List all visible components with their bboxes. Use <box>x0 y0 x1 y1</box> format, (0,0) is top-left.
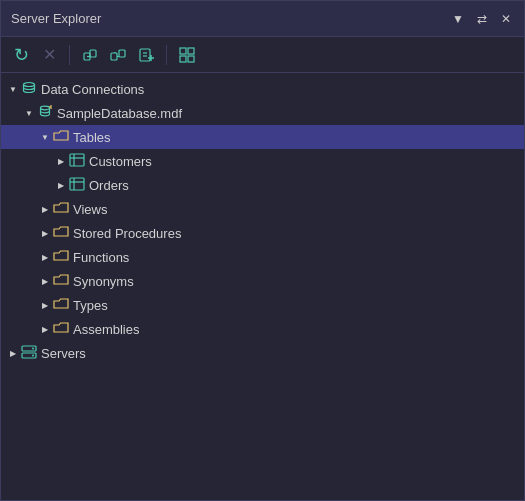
expand-servers[interactable] <box>5 345 21 361</box>
sampledatabase-label: SampleDatabase.mdf <box>57 106 182 121</box>
folder-icon-functions <box>53 248 69 267</box>
refresh-button[interactable]: ↻ <box>9 43 33 67</box>
svg-point-17 <box>41 106 50 110</box>
folder-icon-assemblies <box>53 320 69 339</box>
svg-rect-1 <box>90 50 96 57</box>
pin-button[interactable]: ⇄ <box>474 11 490 27</box>
title-bar-left: Server Explorer <box>11 11 101 26</box>
servers-label: Servers <box>41 346 86 361</box>
synonyms-label: Synonyms <box>73 274 134 289</box>
svg-rect-14 <box>180 56 186 62</box>
toolbar-separator-1 <box>69 45 70 65</box>
dropdown-arrow[interactable]: ▼ <box>450 11 466 27</box>
expand-customers[interactable] <box>53 153 69 169</box>
db-icon <box>21 80 37 99</box>
views-label: Views <box>73 202 107 217</box>
tree-item-customers[interactable]: Customers <box>1 149 524 173</box>
svg-rect-20 <box>70 154 84 166</box>
expand-assemblies[interactable] <box>37 321 53 337</box>
tree-item-views[interactable]: Views <box>1 197 524 221</box>
folder-icon-types <box>53 296 69 315</box>
tree-item-orders[interactable]: Orders <box>1 173 524 197</box>
stored-procedures-label: Stored Procedures <box>73 226 181 241</box>
folder-icon-tables <box>53 128 69 147</box>
folder-icon-stored-procedures <box>53 224 69 243</box>
tree-item-servers[interactable]: Servers <box>1 341 524 365</box>
table-icon-orders <box>69 176 85 195</box>
expand-stored-procedures[interactable] <box>37 225 53 241</box>
close-button[interactable]: ✕ <box>498 11 514 27</box>
expand-sampledatabase[interactable] <box>21 105 37 121</box>
folder-icon-views <box>53 200 69 219</box>
title-bar-controls: ▼ ⇄ ✕ <box>450 11 514 27</box>
connect-database-button[interactable] <box>78 43 102 67</box>
folder-icon-synonyms <box>53 272 69 291</box>
connect-server-button[interactable] <box>106 43 130 67</box>
toolbar: ↻ ✕ <box>1 37 524 73</box>
filter-button[interactable] <box>175 43 199 67</box>
data-connections-label: Data Connections <box>41 82 144 97</box>
expand-views[interactable] <box>37 201 53 217</box>
stop-button[interactable]: ✕ <box>37 43 61 67</box>
tree-item-functions[interactable]: Functions <box>1 245 524 269</box>
expand-orders[interactable] <box>53 177 69 193</box>
svg-rect-7 <box>140 49 150 61</box>
svg-rect-3 <box>111 53 117 60</box>
new-sql-button[interactable] <box>134 43 158 67</box>
svg-point-29 <box>32 354 34 356</box>
svg-rect-4 <box>119 50 125 57</box>
server-icon <box>21 344 37 363</box>
assemblies-label: Assemblies <box>73 322 139 337</box>
tree-item-sampledatabase[interactable]: SampleDatabase.mdf <box>1 101 524 125</box>
tree-item-synonyms[interactable]: Synonyms <box>1 269 524 293</box>
toolbar-separator-2 <box>166 45 167 65</box>
expand-synonyms[interactable] <box>37 273 53 289</box>
svg-rect-15 <box>188 56 194 62</box>
customers-label: Customers <box>89 154 152 169</box>
tables-label: Tables <box>73 130 111 145</box>
orders-label: Orders <box>89 178 129 193</box>
tree-item-stored-procedures[interactable]: Stored Procedures <box>1 221 524 245</box>
svg-point-28 <box>32 347 34 349</box>
svg-rect-23 <box>70 178 84 190</box>
types-label: Types <box>73 298 108 313</box>
server-explorer-window: Server Explorer ▼ ⇄ ✕ ↻ ✕ <box>0 0 525 501</box>
db-file-icon <box>37 104 53 123</box>
table-icon-customers <box>69 152 85 171</box>
window-title: Server Explorer <box>11 11 101 26</box>
svg-point-16 <box>24 82 35 86</box>
svg-rect-13 <box>188 48 194 54</box>
tree-item-tables[interactable]: Tables <box>1 125 524 149</box>
expand-types[interactable] <box>37 297 53 313</box>
tree-item-data-connections[interactable]: Data Connections <box>1 77 524 101</box>
expand-tables[interactable] <box>37 129 53 145</box>
expand-data-connections[interactable] <box>5 81 21 97</box>
svg-rect-12 <box>180 48 186 54</box>
tree-view[interactable]: Data Connections SampleDatabase.mdf <box>1 73 524 500</box>
tree-item-assemblies[interactable]: Assemblies <box>1 317 524 341</box>
title-bar: Server Explorer ▼ ⇄ ✕ <box>1 1 524 37</box>
expand-functions[interactable] <box>37 249 53 265</box>
functions-label: Functions <box>73 250 129 265</box>
tree-item-types[interactable]: Types <box>1 293 524 317</box>
